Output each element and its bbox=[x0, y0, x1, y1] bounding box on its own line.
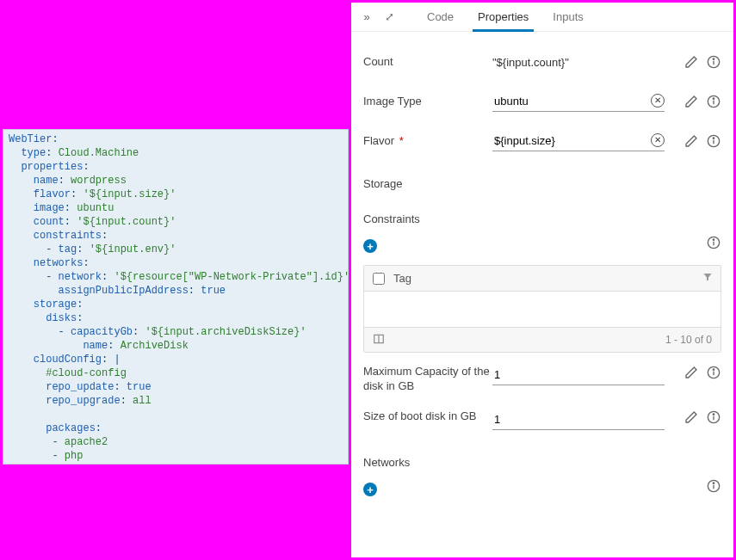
paging-text: 1 - 10 of 0 bbox=[665, 334, 712, 346]
constraints-table-body bbox=[364, 292, 721, 328]
constraints-table-header: Tag bbox=[364, 266, 721, 292]
constraints-table: Tag 1 - 10 of 0 bbox=[363, 265, 721, 353]
edit-boot-disk-button[interactable] bbox=[683, 409, 699, 425]
networks-label: Networks bbox=[363, 456, 721, 469]
svg-point-2 bbox=[713, 58, 714, 59]
flavor-input[interactable] bbox=[492, 131, 665, 151]
collapse-icon[interactable]: » bbox=[358, 9, 375, 26]
info-boot-disk-button[interactable] bbox=[706, 409, 721, 425]
info-count-button[interactable] bbox=[706, 54, 721, 70]
info-networks-button[interactable] bbox=[706, 478, 721, 494]
info-image-type-button[interactable] bbox=[706, 94, 721, 109]
svg-point-16 bbox=[713, 369, 714, 370]
properties-panel: » ⤢ Code Properties Inputs Count "${inpu… bbox=[351, 3, 733, 557]
storage-label: Storage bbox=[363, 177, 492, 192]
networks-section: Networks + bbox=[363, 456, 721, 496]
max-capacity-input[interactable] bbox=[492, 365, 665, 385]
tag-column-header[interactable]: Tag bbox=[393, 272, 695, 285]
filter-icon[interactable] bbox=[702, 272, 713, 285]
row-image-type: Image Type ✕ bbox=[363, 82, 721, 121]
edit-flavor-button[interactable] bbox=[683, 133, 699, 149]
edit-max-capacity-button[interactable] bbox=[683, 365, 699, 380]
add-network-button[interactable]: + bbox=[363, 483, 377, 496]
tab-inputs[interactable]: Inputs bbox=[541, 3, 595, 32]
clear-image-type-button[interactable]: ✕ bbox=[651, 94, 665, 108]
boot-disk-label: Size of boot disk in GB bbox=[363, 409, 492, 424]
flavor-label: Flavor * bbox=[363, 134, 492, 149]
info-flavor-button[interactable] bbox=[706, 133, 721, 149]
svg-point-22 bbox=[713, 483, 714, 483]
required-asterisk: * bbox=[396, 134, 404, 147]
clear-flavor-button[interactable]: ✕ bbox=[651, 133, 665, 147]
row-count: Count "${input.count}" bbox=[363, 42, 721, 82]
row-boot-disk: Size of boot disk in GB bbox=[363, 409, 721, 449]
image-type-label: Image Type bbox=[363, 95, 492, 109]
max-capacity-label: Maximum Capacity of the disk in GB bbox=[363, 365, 492, 394]
count-label: Count bbox=[363, 55, 492, 70]
panel-header: » ⤢ Code Properties Inputs bbox=[351, 3, 733, 32]
constraints-section: Constraints + Tag 1 - 10 of 0 bbox=[363, 206, 721, 353]
edit-count-button[interactable] bbox=[683, 54, 699, 70]
svg-point-8 bbox=[713, 138, 714, 138]
count-value: "${input.count}" bbox=[492, 56, 683, 69]
image-type-input[interactable] bbox=[492, 91, 665, 112]
row-max-capacity: Maximum Capacity of the disk in GB bbox=[363, 365, 721, 404]
expand-icon[interactable]: ⤢ bbox=[380, 9, 398, 26]
yaml-code-panel: WebTier: type: Cloud.Machine properties:… bbox=[3, 129, 349, 465]
select-all-checkbox[interactable] bbox=[373, 273, 385, 285]
panel-body: Count "${input.count}" Image Type ✕ Flav… bbox=[351, 32, 733, 496]
edit-image-type-button[interactable] bbox=[683, 94, 699, 109]
constraints-table-footer: 1 - 10 of 0 bbox=[364, 328, 721, 352]
svg-point-5 bbox=[713, 98, 714, 99]
tab-code[interactable]: Code bbox=[415, 3, 466, 32]
info-max-capacity-button[interactable] bbox=[706, 365, 721, 380]
info-constraints-button[interactable] bbox=[706, 235, 721, 250]
boot-disk-input[interactable] bbox=[492, 409, 665, 430]
svg-point-19 bbox=[713, 414, 714, 415]
add-constraint-button[interactable]: + bbox=[363, 239, 377, 253]
columns-icon[interactable] bbox=[373, 333, 385, 348]
tab-properties[interactable]: Properties bbox=[466, 3, 541, 32]
row-flavor: Flavor * ✕ bbox=[363, 121, 721, 161]
row-storage: Storage bbox=[363, 161, 721, 200]
svg-point-11 bbox=[713, 239, 714, 240]
tab-bar: Code Properties Inputs bbox=[415, 3, 596, 32]
constraints-label: Constraints bbox=[363, 212, 420, 225]
